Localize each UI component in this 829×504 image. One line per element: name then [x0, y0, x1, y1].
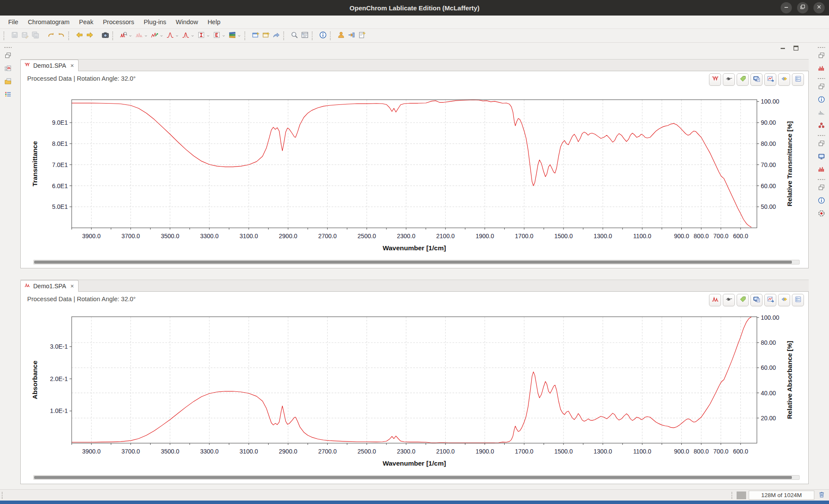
chevron-down-icon[interactable]	[206, 34, 210, 38]
chart-settings-button[interactable]	[792, 73, 804, 86]
menu-item-processors[interactable]: Processors	[98, 16, 139, 28]
user-button[interactable]	[336, 30, 346, 41]
transmittance-chart[interactable]: 3900.03700.03500.03300.03100.02900.02700…	[21, 89, 809, 257]
overlay-chart-part-button[interactable]	[816, 64, 826, 74]
back-button[interactable]	[75, 30, 84, 41]
label-button[interactable]	[737, 73, 749, 86]
new-window-button[interactable]	[261, 30, 271, 41]
toggle-series-button[interactable]	[723, 294, 735, 306]
maximize-part-button[interactable]	[793, 46, 800, 53]
chart-horizontal-scrollbar[interactable]	[33, 475, 800, 480]
chevron-down-icon[interactable]	[237, 34, 241, 38]
peak-detect-button[interactable]	[181, 30, 196, 41]
chart-part-button[interactable]	[816, 165, 826, 175]
maximize-part-icon	[793, 45, 800, 54]
minimize-button[interactable]	[781, 2, 792, 13]
left-rail	[0, 43, 16, 490]
import-button[interactable]	[347, 30, 356, 41]
restore-part-button-4[interactable]	[816, 183, 826, 193]
target-part-button[interactable]	[816, 209, 826, 219]
export-button[interactable]	[357, 30, 367, 41]
chevron-down-icon[interactable]	[190, 34, 195, 38]
info-button[interactable]	[318, 30, 328, 41]
scrollbar-thumb[interactable]	[34, 261, 792, 264]
share-button[interactable]	[272, 30, 281, 41]
baseline-spectrum-button[interactable]	[134, 30, 149, 41]
display-part-button[interactable]	[816, 152, 826, 162]
properties-part-button[interactable]	[3, 90, 13, 100]
tab-demo1-spa[interactable]: Demo1.SPA ×	[20, 60, 79, 71]
chart-type-button[interactable]	[709, 73, 721, 86]
restore-icon	[4, 52, 12, 61]
snapshot-button[interactable]	[101, 30, 110, 41]
library-button[interactable]	[228, 30, 242, 41]
tab-label: Demo1.SPA	[33, 62, 66, 69]
svg-text:Transmittance: Transmittance	[31, 141, 38, 186]
save-as-button[interactable]	[20, 30, 30, 41]
chart-horizontal-scrollbar[interactable]	[33, 260, 800, 265]
forward-button[interactable]	[85, 30, 95, 41]
tab-demo1-spa[interactable]: Demo1.SPA ×	[20, 280, 79, 292]
absorbance-chart[interactable]: 3900.03700.03500.03300.03100.02900.02700…	[21, 307, 809, 473]
chevron-down-icon[interactable]	[159, 34, 164, 38]
redo-button[interactable]	[57, 30, 66, 41]
display-settings-button[interactable]	[750, 73, 763, 86]
settings-grid-button[interactable]	[300, 30, 310, 41]
toggle-series-button[interactable]	[723, 73, 735, 86]
svg-text:6.0E1: 6.0E1	[52, 183, 68, 189]
new-part-button[interactable]	[251, 30, 260, 41]
peak-chart-button[interactable]	[165, 30, 180, 41]
info-part-button-2[interactable]	[816, 196, 826, 206]
maximize-button[interactable]	[797, 2, 808, 13]
undo-button[interactable]	[46, 30, 56, 41]
tab-close-icon[interactable]: ×	[70, 283, 74, 289]
floppy-as-icon	[21, 31, 29, 41]
tab-close-icon[interactable]: ×	[70, 63, 74, 69]
menu-item-window[interactable]: Window	[171, 16, 203, 28]
transfer-button[interactable]	[778, 73, 790, 86]
combined-chart-button[interactable]	[150, 30, 165, 41]
minimize-part-button[interactable]	[780, 46, 787, 53]
menu-item-file[interactable]: File	[3, 16, 23, 28]
search-icon	[291, 31, 298, 41]
label-button[interactable]	[737, 294, 749, 306]
structure-part-button[interactable]	[816, 121, 826, 131]
minimize-icon	[783, 3, 790, 12]
menu-item-plug-ins[interactable]: Plug-ins	[139, 16, 171, 28]
peak-narrow-icon	[166, 31, 174, 41]
restore-part-button[interactable]	[3, 51, 13, 61]
scrollbar-thumb[interactable]	[34, 476, 792, 479]
garbage-collect-button[interactable]	[817, 491, 826, 500]
export-chart-button[interactable]	[764, 73, 776, 86]
svg-text:8.0E1: 8.0E1	[52, 140, 68, 147]
chevron-down-icon[interactable]	[128, 34, 133, 38]
chevron-down-icon[interactable]	[175, 34, 179, 38]
display-settings-button[interactable]	[750, 294, 763, 306]
restore-part-button-3[interactable]	[816, 139, 826, 149]
evaluation-button[interactable]	[212, 30, 227, 41]
user-icon	[337, 31, 345, 41]
save-all-button[interactable]	[31, 30, 40, 41]
chart-type-button[interactable]	[709, 294, 721, 306]
rail-grip	[817, 134, 825, 137]
chart-settings-button[interactable]	[792, 294, 804, 306]
chevron-down-icon[interactable]	[144, 34, 148, 38]
save-button[interactable]	[10, 30, 19, 41]
explorer-part-button[interactable]	[3, 77, 13, 87]
export-chart-button[interactable]	[764, 294, 776, 306]
quantitation-part-button[interactable]	[816, 108, 826, 118]
menu-item-help[interactable]: Help	[203, 16, 225, 28]
chevron-down-icon[interactable]	[221, 34, 226, 38]
close-button[interactable]	[813, 2, 825, 13]
integration-button[interactable]	[196, 30, 211, 41]
menu-item-chromatogram[interactable]: Chromatogram	[23, 16, 74, 28]
transfer-button[interactable]	[778, 294, 790, 306]
info-part-button-1[interactable]	[816, 95, 826, 105]
menu-item-peak[interactable]: Peak	[74, 16, 98, 28]
restore-part-button-1[interactable]	[816, 51, 826, 61]
svg-text:Relative Transmittance [%]: Relative Transmittance [%]	[786, 121, 793, 206]
search-button[interactable]	[290, 30, 299, 41]
restore-part-button-2[interactable]	[816, 82, 826, 92]
zoom-spectrum-button[interactable]	[119, 30, 133, 41]
spectrum-file-part-button[interactable]	[3, 64, 13, 74]
